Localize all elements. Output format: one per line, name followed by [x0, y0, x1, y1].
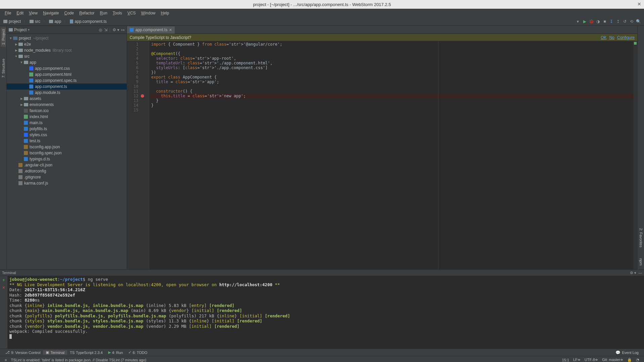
tree-expand-arrow[interactable]: ▼: [9, 37, 13, 40]
bottom-tab-9--Version-Control[interactable]: ⎇9: Version Control: [3, 350, 43, 355]
readonly-lock-icon[interactable]: 🔒: [625, 358, 634, 362]
menu-view[interactable]: View: [26, 10, 40, 16]
tree-main-ts[interactable]: main.ts: [7, 120, 127, 126]
tree-tsconfig-app-json[interactable]: tsconfig.app.json: [7, 144, 127, 150]
close-session-icon[interactable]: ✕: [2, 285, 5, 290]
project-tree[interactable]: ▼project~/project▶e2e▶node_moduleslibrar…: [7, 34, 127, 269]
compile-no-link[interactable]: No: [609, 35, 614, 40]
breadcrumb-app[interactable]: app: [47, 19, 63, 24]
tree-app[interactable]: ▼app: [7, 59, 127, 65]
project-panel-title[interactable]: Project: [14, 28, 27, 32]
breadcrumb-src[interactable]: src: [28, 19, 42, 24]
tree--angular-cli-json[interactable]: .angular-cli.json: [7, 162, 127, 168]
tree-label: tsconfig.app.json: [30, 145, 60, 149]
tree-expand-arrow[interactable]: ▼: [14, 55, 18, 58]
tool-tab-favorites[interactable]: 2: Favorites: [638, 226, 644, 249]
menu-edit[interactable]: Edit: [14, 10, 26, 16]
tree-tsconfig-spec-json[interactable]: tsconfig.spec.json: [7, 150, 127, 156]
close-tab-icon[interactable]: ✕: [169, 28, 172, 32]
menu-file[interactable]: File: [2, 10, 14, 16]
file-encoding[interactable]: UTF-8≑: [583, 358, 600, 362]
tree-expand-arrow[interactable]: ▼: [19, 61, 24, 64]
tree-polyfills-ts[interactable]: polyfills.ts: [7, 126, 127, 132]
breakpoint-marker[interactable]: [141, 94, 144, 98]
compile-ok-link[interactable]: OK: [601, 35, 606, 40]
tree-app-component-html[interactable]: app.component.html: [7, 71, 127, 77]
code-editor[interactable]: 123456789101112131415 import { Component…: [127, 41, 637, 269]
bottom-tab-6--TODO[interactable]: ✓6: TODO: [126, 350, 150, 355]
debug-icon[interactable]: 🐞: [589, 19, 594, 24]
line-separator[interactable]: LF≑: [571, 358, 583, 362]
tree-expand-arrow[interactable]: ▶: [19, 97, 24, 100]
tree-project[interactable]: ▼project~/project: [7, 35, 127, 41]
menu-vcs[interactable]: VCS: [125, 10, 138, 16]
folding-gutter[interactable]: [144, 41, 149, 269]
terminal-output[interactable]: jobou@jobou-weenect:~/project$ ng serve*…: [7, 276, 644, 349]
git-push-icon[interactable]: ↥: [616, 19, 620, 24]
tree-app-component-spec-ts[interactable]: app.component.spec.ts: [7, 77, 127, 84]
menu-run[interactable]: Run: [97, 10, 110, 16]
tree-assets[interactable]: ▶assets: [7, 96, 127, 102]
editor-area: app.component.ts ✕ Compile TypeScript to…: [127, 26, 637, 269]
tree--editorconfig[interactable]: .editorconfig: [7, 168, 127, 174]
terminal-title[interactable]: Terminal: [2, 271, 16, 275]
tree-src[interactable]: ▼src: [7, 53, 127, 59]
tree--gitignore[interactable]: .gitignore: [7, 174, 127, 180]
tree-app-component-ts[interactable]: app.component.ts: [7, 84, 127, 90]
code-lines[interactable]: import { Component } from class='str'>'@…: [149, 41, 633, 269]
menu-code[interactable]: Code: [61, 10, 77, 16]
inspections-icon[interactable]: ◔: [634, 358, 641, 362]
breadcrumb-project[interactable]: project: [1, 19, 23, 24]
tree-environments[interactable]: ▶environments: [7, 102, 127, 108]
search-icon[interactable]: 🔍: [636, 19, 641, 24]
tool-tab-npm[interactable]: npm: [638, 256, 644, 267]
event-log-button[interactable]: 💬Event Log: [613, 350, 641, 355]
run-icon[interactable]: ▶: [582, 19, 587, 24]
revert-icon[interactable]: ⟲: [629, 19, 634, 24]
breadcrumb-app-component-ts[interactable]: app.component.ts: [68, 19, 109, 24]
tree-expand-arrow[interactable]: ▶: [14, 43, 18, 46]
breakpoint-gutter[interactable]: [140, 41, 144, 269]
tool-tab-project[interactable]: 1: Project: [1, 27, 6, 47]
tree-karma-conf-js[interactable]: karma.conf.js: [7, 180, 127, 186]
scroll-from-source-icon[interactable]: ◎: [99, 28, 102, 32]
coverage-icon[interactable]: ◑: [596, 19, 600, 24]
bottom-tab-4--Run[interactable]: ▶4: Run: [105, 350, 126, 355]
tree-index-html[interactable]: index.html: [7, 114, 127, 120]
menu-window[interactable]: Window: [138, 10, 158, 16]
tree-test-ts[interactable]: test.ts: [7, 138, 127, 144]
error-stripe[interactable]: [633, 41, 637, 269]
new-session-icon[interactable]: +: [2, 277, 5, 283]
collapse-all-icon[interactable]: ⇲: [104, 28, 108, 32]
bottom-tab-TypeScript-2-3-4[interactable]: TSTypeScript 2.3.4: [67, 351, 105, 355]
menu-navigate[interactable]: Navigate: [40, 10, 61, 16]
compile-configure-link[interactable]: Configure: [617, 35, 635, 40]
notification-icon[interactable]: ≡: [3, 358, 9, 362]
terminal-hide-icon[interactable]: —: [638, 271, 642, 275]
tree-node_modules[interactable]: ▶node_moduleslibrary root: [7, 47, 127, 53]
bottom-tab-Terminal[interactable]: ▣Terminal: [43, 350, 67, 355]
menu-refactor[interactable]: Refactor: [77, 10, 97, 16]
close-icon[interactable]: ✕: [637, 1, 641, 7]
tree-styles-css[interactable]: styles.css: [7, 132, 127, 138]
git-branch[interactable]: Git: master≑: [600, 358, 625, 362]
tree-app-module-ts[interactable]: app.module.ts: [7, 90, 127, 96]
config-dropdown-icon[interactable]: ▾: [575, 19, 580, 24]
tree-app-component-css[interactable]: app.component.css: [7, 65, 127, 71]
stop-icon[interactable]: ■: [602, 19, 607, 24]
settings-icon[interactable]: ⚙ ▾: [113, 28, 119, 32]
tree-favicon-ico[interactable]: favicon.ico: [7, 108, 127, 114]
tree-expand-arrow[interactable]: ▶: [14, 49, 18, 52]
editor-tab-active[interactable]: app.component.ts ✕: [127, 26, 175, 34]
menu-help[interactable]: Help: [158, 10, 172, 16]
caret-position[interactable]: 15:1: [560, 358, 571, 362]
hide-icon[interactable]: ↦: [121, 28, 125, 32]
tree-typings-d-ts[interactable]: typings.d.ts: [7, 156, 127, 162]
tool-tab-structure[interactable]: 7: Structure: [1, 57, 6, 80]
tree-e2e[interactable]: ▶e2e: [7, 41, 127, 47]
terminal-settings-icon[interactable]: ⚙ ▾: [630, 271, 636, 275]
menu-tools[interactable]: Tools: [110, 10, 125, 16]
tree-expand-arrow[interactable]: ▶: [19, 103, 24, 106]
git-pull-icon[interactable]: ↧: [609, 19, 614, 24]
history-icon[interactable]: ↺: [622, 19, 627, 24]
